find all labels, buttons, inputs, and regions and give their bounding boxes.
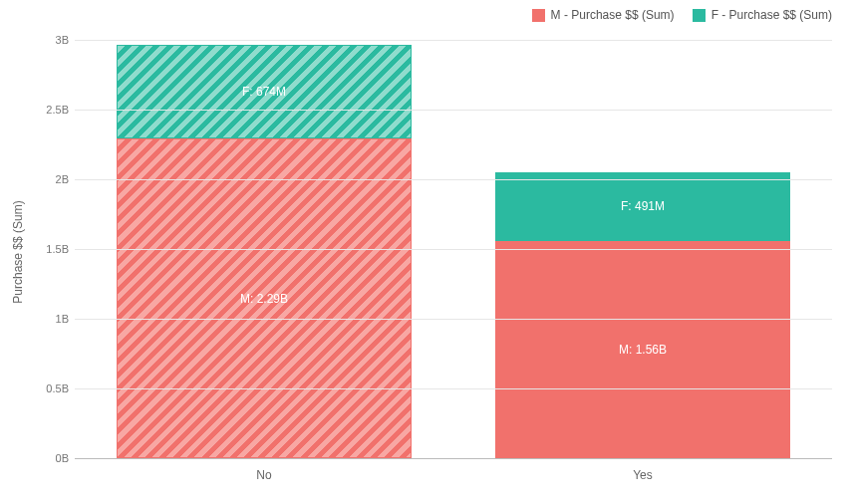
y-tick-label: 1B — [35, 313, 69, 325]
gridline — [75, 458, 832, 459]
y-tick-label: 2.5B — [35, 104, 69, 116]
plot-area: M: 2.29BF: 674MM: 1.56BF: 491M 0B0.5B1B1… — [75, 40, 832, 458]
legend-item-m[interactable]: M - Purchase $$ (Sum) — [532, 8, 675, 22]
bar-value-label: F: 674M — [242, 85, 286, 99]
y-tick-label: 2B — [35, 173, 69, 185]
legend: M - Purchase $$ (Sum) F - Purchase $$ (S… — [532, 8, 832, 22]
bar-segment[interactable]: M: 2.29B — [117, 138, 412, 458]
gridline — [75, 110, 832, 111]
bar-segment[interactable]: F: 674M — [117, 45, 412, 138]
gridline — [75, 319, 832, 320]
bar-value-label: M: 2.29B — [240, 292, 288, 306]
y-tick-label: 0.5B — [35, 382, 69, 394]
legend-swatch-m — [532, 9, 545, 22]
legend-swatch-f — [693, 9, 706, 22]
bar-segment[interactable]: M: 1.56B — [495, 241, 790, 458]
y-tick-label: 3B — [35, 34, 69, 46]
chart-card: M - Purchase $$ (Sum) F - Purchase $$ (S… — [0, 0, 852, 504]
legend-label-f: F - Purchase $$ (Sum) — [711, 8, 832, 22]
bar-value-label: F: 491M — [621, 199, 665, 213]
gridline — [75, 40, 832, 41]
y-axis-label: Purchase $$ (Sum) — [11, 200, 25, 303]
x-tick-label: No — [75, 468, 453, 482]
bar-segment[interactable]: F: 491M — [495, 172, 790, 241]
y-tick-label: 0B — [35, 452, 69, 464]
x-tick-label: Yes — [453, 468, 832, 482]
gridline — [75, 179, 832, 180]
bar-value-label: M: 1.56B — [619, 343, 667, 357]
legend-item-f[interactable]: F - Purchase $$ (Sum) — [693, 8, 832, 22]
y-tick-label: 1.5B — [35, 243, 69, 255]
gridline — [75, 249, 832, 250]
gridline — [75, 388, 832, 389]
legend-label-m: M - Purchase $$ (Sum) — [551, 8, 675, 22]
